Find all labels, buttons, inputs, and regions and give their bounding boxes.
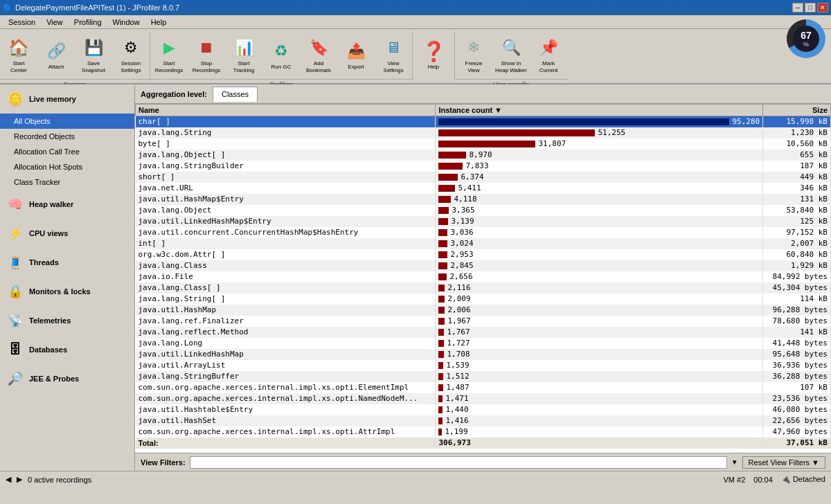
aggregation-tab-classes[interactable]: Classes	[213, 87, 258, 102]
row-size: 95,648 bytes	[763, 349, 831, 360]
cpu-gauge: 67 %	[787, 19, 825, 58]
table-row[interactable]: java.io.File2,65684,992 bytes	[136, 271, 831, 282]
row-instance-count: 95,280	[436, 116, 763, 127]
instance-count-column-header[interactable]: Instance count ▼	[436, 105, 763, 116]
table-row[interactable]: org.w3c.dom.Attr[ ]2,95360,840 kB	[136, 249, 831, 260]
row-name: java.io.File	[136, 271, 436, 282]
row-name: java.net.URL	[136, 183, 436, 194]
save-snapshot-button[interactable]: 💾 SaveSnapshot	[75, 32, 112, 79]
size-column-header[interactable]: Size	[763, 105, 831, 116]
table-row[interactable]: java.util.ArrayList1,53936,936 bytes	[136, 360, 831, 371]
menu-help[interactable]: Help	[145, 17, 172, 28]
sidebar-category-threads[interactable]: 🧵 Threads	[0, 248, 134, 277]
stop-recordings-button[interactable]: ⏹ StopRecordings	[188, 32, 225, 79]
view-settings-button[interactable]: 🖥 ViewSettings	[375, 32, 412, 79]
count-value: 2,006	[447, 305, 470, 314]
sidebar-category-jee-probes[interactable]: 🔎 JEE & Probes	[0, 364, 134, 393]
export-button[interactable]: 📤 Export	[337, 32, 375, 79]
stop-recordings-label: StopRecordings	[193, 60, 220, 73]
table-row[interactable]: java.util.HashSet1,41622,656 bytes	[136, 415, 831, 426]
menu-window[interactable]: Window	[107, 17, 145, 28]
close-button[interactable]: ✕	[817, 3, 828, 12]
table-row[interactable]: java.lang.reflect.Method1,767141 kB	[136, 327, 831, 338]
freeze-view-button[interactable]: ❄ FreezeView	[455, 32, 492, 79]
row-instance-count: 1,767	[436, 327, 763, 338]
table-row[interactable]: java.util.LinkedHashMap$Entry3,139125 kB	[136, 216, 831, 227]
monitors-icon: 🔒	[6, 282, 25, 301]
table-row[interactable]: java.lang.String51,2551,230 kB	[136, 127, 831, 138]
jee-probes-icon: 🔎	[6, 369, 25, 388]
help-button[interactable]: ❓ Help	[413, 32, 454, 79]
reset-view-filters-button[interactable]: Reset View Filters ▼	[742, 456, 825, 469]
attach-button[interactable]: 🔗 Attach	[37, 32, 75, 79]
sidebar-item-all-objects[interactable]: All Objects	[0, 114, 134, 129]
sidebar-item-class-tracker[interactable]: Class Tracker	[0, 174, 134, 190]
row-name: java.util.Hashtable$Entry	[136, 404, 436, 415]
table-row[interactable]: java.util.Hashtable$Entry1,44046,080 byt…	[136, 404, 831, 415]
menu-session[interactable]: Session	[3, 17, 41, 28]
table-row[interactable]: java.lang.Object[ ]8,970655 kB	[136, 150, 831, 161]
table-row[interactable]: char[ ]95,28015,998 kB	[136, 116, 831, 127]
allocation-call-tree-label: Allocation Call Tree	[14, 147, 80, 156]
table-row[interactable]: java.net.URL5,411346 kB	[136, 183, 831, 194]
session-settings-button[interactable]: ⚙ SessionSettings	[112, 32, 150, 79]
nav-left-button[interactable]: ◀	[6, 475, 11, 484]
count-value: 3,036	[450, 228, 473, 237]
sidebar-category-telemetries[interactable]: 📡 Telemetries	[0, 306, 134, 335]
count-value: 1,487	[446, 383, 469, 392]
table-row[interactable]: com.sun.org.apache.xerces.internal.impl.…	[136, 426, 831, 438]
row-instance-count: 2,009	[436, 294, 763, 305]
sidebar-item-recorded-objects[interactable]: Recorded Objects	[0, 129, 134, 144]
table-row[interactable]: byte[ ]31,80710,560 kB	[136, 138, 831, 150]
table-row[interactable]: java.lang.StringBuffer1,51236,288 bytes	[136, 371, 831, 382]
table-row[interactable]: int[ ]3,0242,007 kB	[136, 238, 831, 249]
data-table[interactable]: Name Instance count ▼ Size char[ ]95,280…	[135, 104, 831, 453]
start-recordings-button[interactable]: ▶ StartRecordings	[150, 32, 188, 79]
sidebar-category-monitors[interactable]: 🔒 Monitors & locks	[0, 277, 134, 306]
main-panel: Aggregation level: Classes Name Instance…	[135, 84, 831, 471]
table-row[interactable]: java.util.concurrent.ConcurrentHashMap$H…	[136, 227, 831, 238]
allocation-hot-spots-label: Allocation Hot Spots	[14, 163, 82, 171]
sidebar-item-allocation-call-tree[interactable]: Allocation Call Tree	[0, 144, 134, 159]
row-instance-count: 31,807	[436, 138, 763, 150]
table-row[interactable]: java.lang.Class2,8451,929 kB	[136, 260, 831, 271]
sidebar-item-allocation-hot-spots[interactable]: Allocation Hot Spots	[0, 159, 134, 174]
table-body: char[ ]95,28015,998 kBjava.lang.String51…	[136, 116, 831, 449]
menu-profiling[interactable]: Profiling	[69, 17, 107, 28]
table-row[interactable]: java.lang.ref.Finalizer1,96778,680 bytes	[136, 316, 831, 327]
maximize-button[interactable]: □	[805, 3, 816, 12]
table-row[interactable]: java.lang.String[ ]2,009114 kB	[136, 294, 831, 305]
start-recordings-label: StartRecordings	[155, 60, 183, 73]
table-row[interactable]: java.util.HashMap$Entry4,118131 kB	[136, 194, 831, 205]
add-bookmark-button[interactable]: 🔖 AddBookmark	[300, 32, 337, 79]
count-value: 3,139	[451, 217, 474, 226]
mark-current-button[interactable]: 📌 MarkCurrent	[530, 32, 567, 79]
row-name: java.util.LinkedHashMap	[136, 349, 436, 360]
table-row[interactable]: java.lang.Object3,36553,840 kB	[136, 205, 831, 216]
table-row[interactable]: com.sun.org.apache.xerces.internal.impl.…	[136, 393, 831, 404]
titlebar-controls[interactable]: ─ □ ✕	[792, 3, 828, 12]
filters-input[interactable]	[190, 456, 727, 469]
table-row[interactable]: java.lang.StringBuilder7,833187 kB	[136, 161, 831, 172]
table-row[interactable]: com.sun.org.apache.xerces.internal.impl.…	[136, 382, 831, 393]
row-size: 36,288 bytes	[763, 371, 831, 382]
table-row[interactable]: java.util.LinkedHashMap1,70895,648 bytes	[136, 349, 831, 360]
gauge-circle: 67 %	[787, 19, 825, 58]
menu-view[interactable]: View	[41, 17, 69, 28]
table-row[interactable]: java.util.HashMap2,00696,288 bytes	[136, 305, 831, 316]
sidebar-category-heap-walker[interactable]: 🧠 Heap walker	[0, 190, 134, 219]
minimize-button[interactable]: ─	[792, 3, 803, 12]
table-row[interactable]: java.lang.Long1,72741,448 bytes	[136, 338, 831, 349]
sidebar-category-live-memory[interactable]: 🪙 Live memory	[0, 84, 134, 114]
name-column-header[interactable]: Name	[136, 105, 436, 116]
row-instance-count: 4,118	[436, 194, 763, 205]
sidebar-category-databases[interactable]: 🗄 Databases	[0, 335, 134, 364]
start-tracking-button[interactable]: 📊 StartTracking	[225, 32, 262, 79]
nav-right-button[interactable]: ▶	[17, 475, 22, 484]
sidebar-category-cpu-views[interactable]: ⚡ CPU views	[0, 219, 134, 248]
start-center-button[interactable]: 🏠 StartCenter	[0, 32, 37, 79]
run-gc-button[interactable]: ♻ Run GC	[262, 32, 300, 79]
table-row[interactable]: java.lang.Class[ ]2,11645,304 bytes	[136, 282, 831, 294]
show-heap-walker-button[interactable]: 🔍 Show InHeap Walker	[492, 32, 530, 79]
table-row[interactable]: short[ ]6,374449 kB	[136, 172, 831, 183]
